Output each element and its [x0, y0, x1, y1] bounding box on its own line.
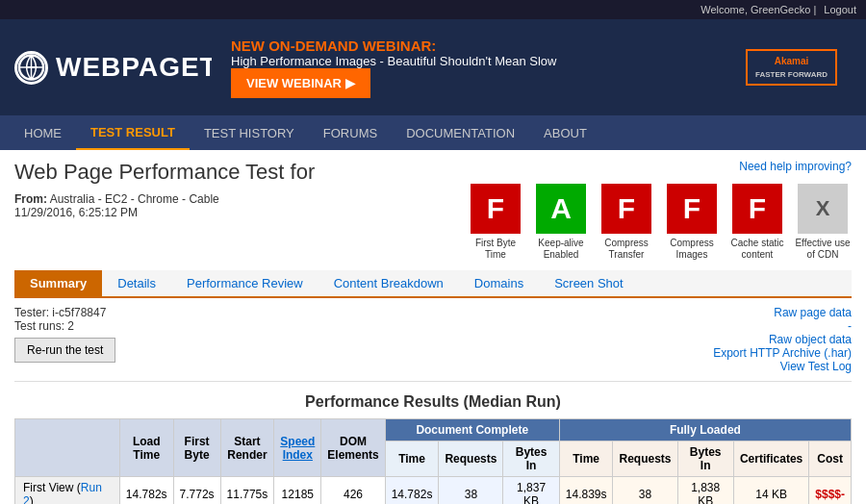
- nav-bar: HOME TEST RESULT TEST HISTORY FORUMS DOC…: [0, 115, 866, 150]
- cell-0-10: 1,838 KB: [677, 477, 733, 505]
- test-date: 11/29/2016, 6:25:12 PM: [14, 206, 138, 219]
- grade-item-4: FCache static content: [728, 184, 786, 261]
- nav-test-history[interactable]: TEST HISTORY: [190, 115, 309, 150]
- tester-id: Tester: i-c5f78847: [14, 306, 115, 319]
- col-speed-index: SpeedIndex: [274, 419, 321, 477]
- subnav-summary[interactable]: Summary: [14, 270, 102, 296]
- grade-label-0: First Byte Time: [467, 238, 524, 261]
- page-content: Web Page Performance Test for From: Aust…: [0, 150, 866, 504]
- logo-icon: [14, 51, 48, 85]
- grade-box-1: A: [536, 184, 586, 234]
- cell-0-2: 11.775s: [220, 477, 274, 505]
- logout-link[interactable]: Logout: [824, 4, 856, 15]
- nav-forums[interactable]: FORUMS: [309, 115, 392, 150]
- grade-box-4: F: [732, 184, 782, 234]
- col-doc-time: Time: [385, 441, 439, 477]
- nav-home[interactable]: HOME: [10, 115, 76, 150]
- welcome-text: Welcome, GreenGecko: [700, 4, 810, 15]
- banner-subtext: High Performance Images - Beautiful Shou…: [231, 54, 557, 68]
- grade-item-2: FCompress Transfer: [598, 184, 655, 261]
- grade-label-3: Compress Images: [663, 238, 721, 261]
- title-grades-row: Web Page Performance Test for From: Aust…: [14, 160, 852, 261]
- cell-0-11: 14 KB: [733, 477, 808, 505]
- logo-section: WEBPAGETEST: [0, 51, 212, 85]
- raw-page-link[interactable]: Raw page data: [713, 306, 852, 319]
- sub-nav: Summary Details Performance Review Conte…: [14, 270, 852, 298]
- test-info-right: Raw page data - Raw object data Export H…: [713, 306, 852, 373]
- grades-section: FFirst Byte TimeAKeep-alive EnabledFComp…: [467, 184, 852, 261]
- banner-ad: NEW ON-DEMAND WEBINAR: High Performance …: [212, 28, 866, 108]
- rerun-button[interactable]: Re-run the test: [14, 338, 115, 363]
- row-label-0: First View (Run 2): [15, 477, 120, 505]
- col-load-time: LoadTime: [119, 419, 173, 477]
- nav-documentation[interactable]: DOCUMENTATION: [392, 115, 529, 150]
- page-title: Web Page Performance Test for: [14, 160, 467, 185]
- cell-0-0: 14.782s: [119, 477, 173, 505]
- title-left: Web Page Performance Test for From: Aust…: [14, 160, 467, 219]
- cell-0-7: 1,837 KB: [503, 477, 559, 505]
- col-start-render: StartRender: [220, 419, 274, 477]
- grade-label-2: Compress Transfer: [598, 238, 655, 261]
- test-log-link[interactable]: View Test Log: [713, 360, 852, 373]
- grade-label-1: Keep-alive Enabled: [532, 238, 590, 261]
- grade-label-4: Cache static content: [728, 238, 786, 261]
- raw-object-link[interactable]: Raw object data: [713, 333, 852, 346]
- grade-item-0: FFirst Byte Time: [467, 184, 524, 261]
- subnav-performance-review[interactable]: Performance Review: [171, 270, 318, 296]
- grade-item-3: FCompress Images: [663, 184, 721, 261]
- col-cost: Cost: [809, 441, 852, 477]
- test-info-row: Tester: i-c5f78847 Test runs: 2 Re-run t…: [14, 298, 852, 382]
- doc-complete-header: Document Complete: [385, 419, 559, 441]
- nav-test-result[interactable]: TEST RESULT: [76, 115, 190, 150]
- banner-headline: NEW ON-DEMAND WEBINAR:: [231, 38, 557, 54]
- col-doc-bytes: Bytes In: [503, 441, 559, 477]
- grade-box-5: X: [798, 184, 848, 234]
- banner-image-area: Akamai FASTER FORWARD: [654, 49, 847, 86]
- grade-box-2: F: [601, 184, 651, 234]
- cell-0-1: 7.772s: [173, 477, 220, 505]
- results-title: Performance Results (Median Run): [14, 393, 852, 411]
- subnav-content-breakdown[interactable]: Content Breakdown: [318, 270, 459, 296]
- http-archive-link[interactable]: Export HTTP Archive (.har): [713, 346, 852, 360]
- subnav-screen-shot[interactable]: Screen Shot: [539, 270, 639, 296]
- table-row: First View (Run 2)14.782s7.772s11.775s12…: [15, 477, 852, 505]
- run-link-0[interactable]: Run 2: [23, 481, 102, 504]
- help-link[interactable]: Need help improving?: [739, 160, 852, 173]
- test-runs: Test runs: 2: [14, 319, 115, 333]
- cost-cell-0: $$$$-: [809, 477, 852, 505]
- grade-label-5: Effective use of CDN: [794, 238, 852, 261]
- grade-box-0: F: [471, 184, 521, 234]
- grade-item-1: AKeep-alive Enabled: [532, 184, 590, 261]
- performance-table: LoadTime FirstByte StartRender SpeedInde…: [14, 418, 852, 504]
- from-label: From:: [14, 192, 47, 206]
- grade-box-3: F: [667, 184, 717, 234]
- col-view-label: [15, 419, 120, 477]
- header-banner: WEBPAGETEST NEW ON-DEMAND WEBINAR: High …: [0, 19, 866, 115]
- subnav-domains[interactable]: Domains: [459, 270, 539, 296]
- test-info-left: Tester: i-c5f78847 Test runs: 2 Re-run t…: [14, 306, 115, 363]
- from-info: From: Australia - EC2 - Chrome - Cable 1…: [14, 192, 467, 219]
- results-section: Performance Results (Median Run) LoadTim…: [14, 393, 852, 504]
- akamai-logo: Akamai FASTER FORWARD: [746, 49, 837, 86]
- banner-text: NEW ON-DEMAND WEBINAR: High Performance …: [231, 38, 557, 98]
- cell-0-6: 38: [439, 477, 503, 505]
- col-dom-elements: DOMElements: [321, 419, 385, 477]
- cell-0-5: 14.782s: [385, 477, 439, 505]
- from-value: Australia - EC2 - Chrome - Cable: [50, 192, 219, 206]
- cell-0-3: 12185: [274, 477, 321, 505]
- fully-loaded-header: Fully Loaded: [559, 419, 851, 441]
- col-doc-requests: Requests: [439, 441, 503, 477]
- grades-and-help: Need help improving? FFirst Byte TimeAKe…: [467, 160, 852, 261]
- cell-0-4: 426: [321, 477, 385, 505]
- subnav-details[interactable]: Details: [102, 270, 171, 296]
- top-bar: Welcome, GreenGecko | Logout: [0, 0, 866, 19]
- col-certificates: Certificates: [733, 441, 808, 477]
- cell-0-8: 14.839s: [559, 477, 613, 505]
- nav-about[interactable]: ABOUT: [529, 115, 601, 150]
- grade-item-5: XEffective use of CDN: [794, 184, 852, 261]
- col-full-requests: Requests: [613, 441, 677, 477]
- view-webinar-button[interactable]: VIEW WEBINAR ▶: [231, 68, 370, 98]
- col-first-byte: FirstByte: [173, 419, 220, 477]
- cell-0-9: 38: [613, 477, 677, 505]
- col-full-bytes: Bytes In: [677, 441, 733, 477]
